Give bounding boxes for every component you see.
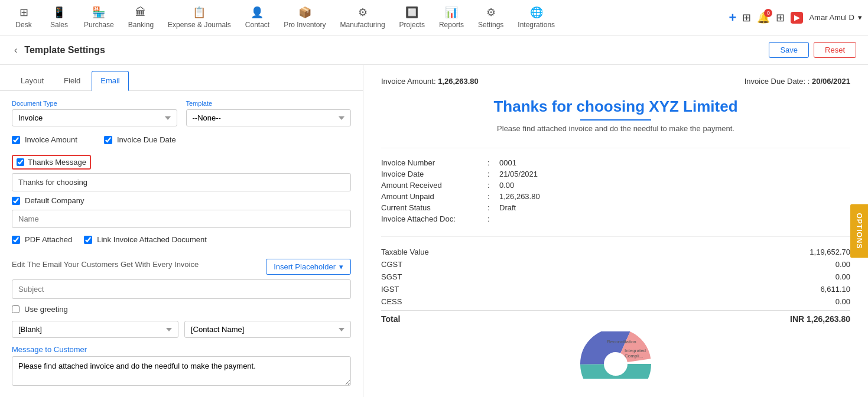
nav-reports[interactable]: 📊 Reports (432, 1, 471, 34)
template-group: Template --None-- (186, 100, 352, 126)
preview-container: Invoice Amount: 1,26,263.80 Invoice Due … (363, 65, 868, 397)
use-greeting-label[interactable]: Use greeting (24, 305, 68, 314)
main-content: Layout Field Email Document Type Invoice (0, 65, 868, 397)
message-to-customer-textarea[interactable]: Please find attached invoice and do the … (12, 356, 351, 386)
reset-button[interactable]: Reset (814, 42, 856, 58)
right-panel: Invoice Amount: 1,26,263.80 Invoice Due … (363, 65, 868, 397)
nav-desk[interactable]: ⊞ Desk (6, 1, 41, 34)
insert-placeholder-button[interactable]: Insert Placeholder ▾ (266, 259, 351, 275)
thanks-message-checkbox[interactable] (17, 158, 24, 166)
projects-icon: 🔲 (405, 6, 418, 19)
nav-banking[interactable]: 🏛 Banking (121, 2, 161, 34)
invoice-due-date-checkbox[interactable] (104, 136, 112, 144)
apps-button[interactable]: ⊞ (776, 11, 785, 24)
tab-email[interactable]: Email (92, 71, 129, 91)
nav-purchase[interactable]: 🏪 Purchase (77, 1, 121, 34)
thanks-message-input[interactable] (12, 173, 351, 191)
invoice-amount-checkbox[interactable] (12, 136, 20, 144)
notification-badge: 0 (764, 9, 772, 17)
template-label: Template (186, 100, 352, 107)
integrations-icon: 🌐 (530, 6, 543, 19)
company-name-input-group (12, 210, 351, 228)
pdf-attached-label[interactable]: PDF Attached (25, 235, 72, 244)
email-section: Edit The Email Your Customers Get With E… (12, 259, 351, 388)
subject-input[interactable] (12, 279, 351, 299)
thanks-message-highlight: Thanks Message (12, 155, 91, 170)
settings-icon: ⚙ (486, 6, 496, 19)
pdf-attached-row: PDF Attached (12, 235, 72, 244)
contact-name-select[interactable]: [Contact Name] (184, 321, 351, 338)
amount-row-cess: CESS 0.00 (381, 295, 850, 308)
link-invoice-label[interactable]: Link Invoice Attached Document (97, 235, 207, 244)
company-name-input[interactable] (12, 210, 351, 228)
detail-row-4: Current Status : Draft (381, 202, 850, 213)
top-navigation: ⊞ Desk 📱 Sales 🏪 Purchase 🏛 Banking 📋 Ex… (0, 0, 868, 35)
svg-text:Compli...: Compli... (625, 353, 643, 359)
svg-text:Reconciliation: Reconciliation (607, 339, 636, 344)
email-header-row: Edit The Email Your Customers Get With E… (12, 259, 351, 275)
nav-contact[interactable]: 👤 Contact (238, 1, 277, 34)
use-greeting-row: Use greeting (12, 305, 351, 314)
purchase-icon: 🏪 (92, 6, 105, 19)
invoice-sub-message: Please find attached invoice and do the … (381, 124, 850, 133)
back-button[interactable]: ‹ (12, 43, 19, 58)
nav-expense[interactable]: 📋 Expense & Journals (161, 1, 238, 34)
nav-settings[interactable]: ⚙ Settings (471, 1, 511, 34)
detail-row-0: Invoice Number : 0001 (381, 157, 850, 168)
invoice-details: Invoice Number : 0001 Invoice Date : 21/… (381, 157, 850, 224)
default-company-checkbox-row: Default Company (12, 196, 351, 205)
tab-layout[interactable]: Layout (12, 71, 53, 90)
banking-icon: 🏛 (135, 6, 146, 19)
grid-view-button[interactable]: ⊞ (742, 11, 751, 24)
document-template-row: Document Type Invoice Template --None-- (12, 100, 351, 126)
detail-row-2: Amount Received : 0.00 (381, 180, 850, 191)
nav-right: + ⊞ 🔔 0 ⊞ ▶ Amar Amul D ▾ (729, 10, 862, 25)
desk-icon: ⊞ (19, 6, 28, 19)
document-type-select[interactable]: Invoice (12, 109, 177, 126)
link-invoice-checkbox[interactable] (84, 236, 92, 244)
sales-icon: 📱 (53, 6, 66, 19)
blank-select[interactable]: [Blank] (12, 321, 178, 338)
default-company-label[interactable]: Default Company (25, 196, 84, 205)
amount-row-total: Total INR 1,26,263.80 (381, 310, 850, 326)
nav-items: ⊞ Desk 📱 Sales 🏪 Purchase 🏛 Banking 📋 Ex… (6, 1, 729, 34)
tabs-bar: Layout Field Email (0, 65, 363, 91)
nav-pro-inventory[interactable]: 📦 Pro Inventory (277, 1, 333, 34)
invoice-due-date-checkbox-label[interactable]: Invoice Due Date (117, 135, 176, 144)
form-area: Document Type Invoice Template --None-- … (0, 91, 363, 396)
tab-field[interactable]: Field (55, 71, 89, 90)
amount-row-taxable: Taxable Value 1,19,652.70 (381, 246, 850, 258)
edit-email-label: Edit The Email Your Customers Get With E… (12, 260, 199, 269)
save-button[interactable]: Save (769, 42, 809, 58)
pdf-attached-checkbox[interactable] (12, 236, 20, 244)
options-sidebar[interactable]: OPTIONS (850, 204, 868, 258)
template-select[interactable]: --None-- (186, 109, 352, 126)
pie-chart: Reconciliation Integrated Compli... (574, 331, 657, 379)
pie-chart-area: Reconciliation Integrated Compli... (381, 331, 850, 379)
default-company-checkbox[interactable] (12, 197, 20, 205)
thanks-message-label[interactable]: Thanks Message (28, 158, 86, 167)
add-button[interactable]: + (729, 10, 737, 25)
invoice-amount-display: Invoice Amount: 1,26,263.80 (381, 77, 479, 86)
thanks-message-section: Thanks Message (12, 155, 351, 191)
invoice-amount-checkbox-label[interactable]: Invoice Amount (25, 135, 77, 144)
divider-2 (381, 236, 850, 237)
nav-manufacturing[interactable]: ⚙ Manufacturing (333, 1, 392, 34)
link-invoice-row: Link Invoice Attached Document (84, 235, 207, 244)
use-greeting-checkbox[interactable] (12, 305, 19, 313)
notifications-button[interactable]: 🔔 0 (757, 11, 770, 24)
user-menu-button[interactable]: Amar Amul D ▾ (809, 13, 862, 22)
svg-text:Integrated: Integrated (625, 348, 646, 353)
left-panel: Layout Field Email Document Type Invoice (0, 65, 363, 397)
user-name: Amar Amul D (809, 13, 854, 22)
detail-row-5: Invoice Attached Doc: : (381, 213, 850, 224)
amount-row-sgst: SGST 0.00 (381, 271, 850, 283)
pro-inventory-icon: 📦 (298, 6, 311, 19)
manufacturing-icon: ⚙ (358, 6, 368, 19)
invoice-checkboxes-row: Invoice Amount Invoice Due Date (12, 135, 351, 150)
nav-sales[interactable]: 📱 Sales (41, 1, 77, 34)
nav-integrations[interactable]: 🌐 Integrations (511, 1, 562, 34)
amount-row-cgst: CGST 0.00 (381, 258, 850, 271)
nav-projects[interactable]: 🔲 Projects (392, 1, 432, 34)
page-title: Template Settings (24, 45, 105, 56)
